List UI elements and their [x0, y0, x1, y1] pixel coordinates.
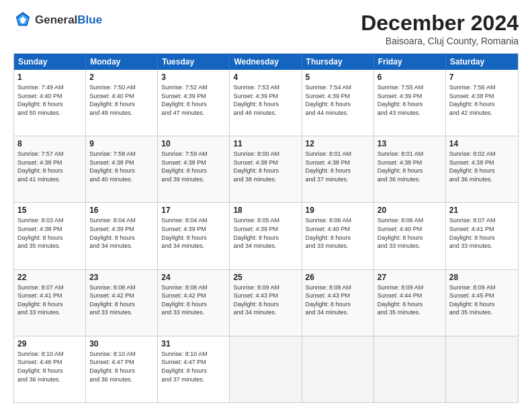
cell-info: Sunrise: 8:06 AM Sunset: 4:40 PM Dayligh… — [306, 216, 370, 250]
cell-info: Sunrise: 8:01 AM Sunset: 4:38 PM Dayligh… — [378, 150, 442, 183]
cell-info: Sunrise: 8:01 AM Sunset: 4:38 PM Dayligh… — [306, 150, 370, 183]
calendar-cell: 20Sunrise: 8:06 AM Sunset: 4:40 PM Dayli… — [374, 203, 446, 269]
cell-info: Sunrise: 8:09 AM Sunset: 4:45 PM Dayligh… — [449, 283, 515, 317]
logo-general: General — [35, 13, 77, 26]
calendar-cell — [230, 336, 302, 402]
calendar-cell: 22Sunrise: 8:07 AM Sunset: 4:41 PM Dayli… — [14, 270, 86, 336]
cell-info: Sunrise: 7:53 AM Sunset: 4:39 PM Dayligh… — [233, 83, 298, 117]
month-title: December 2024 — [361, 11, 519, 36]
calendar-cell: 23Sunrise: 8:08 AM Sunset: 4:42 PM Dayli… — [86, 270, 158, 336]
calendar-cell — [374, 336, 446, 402]
calendar-cell: 3Sunrise: 7:52 AM Sunset: 4:39 PM Daylig… — [158, 70, 230, 136]
calendar-cell: 11Sunrise: 8:00 AM Sunset: 4:38 PM Dayli… — [230, 136, 302, 202]
title-block: December 2024 Baisoara, Cluj County, Rom… — [361, 11, 519, 46]
cell-info: Sunrise: 7:58 AM Sunset: 4:38 PM Dayligh… — [89, 150, 154, 183]
day-number: 12 — [306, 139, 370, 148]
cell-info: Sunrise: 8:08 AM Sunset: 4:42 PM Dayligh… — [161, 283, 226, 317]
header-day-sunday: Sunday — [14, 54, 86, 70]
cell-info: Sunrise: 8:10 AM Sunset: 4:46 PM Dayligh… — [17, 350, 82, 383]
calendar-cell: 25Sunrise: 8:09 AM Sunset: 4:43 PM Dayli… — [230, 270, 302, 336]
day-number: 23 — [89, 273, 154, 282]
page: GeneralBlue December 2024 Baisoara, Cluj… — [0, 0, 532, 411]
subtitle: Baisoara, Cluj County, Romania — [361, 36, 519, 46]
calendar-cell: 8Sunrise: 7:57 AM Sunset: 4:38 PM Daylig… — [14, 136, 86, 202]
day-number: 20 — [378, 205, 442, 215]
logo-blue: Blue — [77, 13, 102, 26]
cell-info: Sunrise: 7:52 AM Sunset: 4:39 PM Dayligh… — [161, 83, 226, 117]
cell-info: Sunrise: 8:10 AM Sunset: 4:47 PM Dayligh… — [161, 350, 226, 383]
calendar-cell: 7Sunrise: 7:56 AM Sunset: 4:38 PM Daylig… — [446, 70, 518, 136]
day-number: 9 — [89, 139, 154, 148]
day-number: 8 — [17, 139, 82, 148]
cell-info: Sunrise: 8:06 AM Sunset: 4:40 PM Dayligh… — [378, 216, 442, 250]
day-number: 15 — [17, 205, 82, 215]
calendar-header: SundayMondayTuesdayWednesdayThursdayFrid… — [14, 54, 518, 70]
day-number: 21 — [449, 205, 515, 215]
calendar-row: 22Sunrise: 8:07 AM Sunset: 4:41 PM Dayli… — [14, 269, 518, 336]
calendar-cell: 31Sunrise: 8:10 AM Sunset: 4:47 PM Dayli… — [158, 336, 230, 402]
cell-info: Sunrise: 7:55 AM Sunset: 4:39 PM Dayligh… — [378, 83, 442, 117]
logo: GeneralBlue — [13, 11, 102, 30]
calendar-cell: 12Sunrise: 8:01 AM Sunset: 4:38 PM Dayli… — [302, 136, 374, 202]
calendar-cell: 18Sunrise: 8:05 AM Sunset: 4:39 PM Dayli… — [230, 203, 302, 269]
day-number: 31 — [161, 339, 226, 349]
calendar-cell: 19Sunrise: 8:06 AM Sunset: 4:40 PM Dayli… — [302, 203, 374, 269]
cell-info: Sunrise: 7:49 AM Sunset: 4:40 PM Dayligh… — [17, 83, 82, 117]
header-day-saturday: Saturday — [446, 54, 518, 70]
cell-info: Sunrise: 8:04 AM Sunset: 4:39 PM Dayligh… — [161, 216, 226, 250]
day-number: 13 — [378, 139, 442, 148]
day-number: 17 — [161, 205, 226, 215]
logo-icon — [13, 11, 32, 30]
header-day-wednesday: Wednesday — [230, 54, 302, 70]
cell-info: Sunrise: 8:02 AM Sunset: 4:38 PM Dayligh… — [449, 150, 515, 183]
cell-info: Sunrise: 7:50 AM Sunset: 4:40 PM Dayligh… — [89, 83, 154, 117]
calendar: SundayMondayTuesdayWednesdayThursdayFrid… — [13, 53, 519, 403]
logo-text: GeneralBlue — [35, 13, 102, 27]
calendar-row: 15Sunrise: 8:03 AM Sunset: 4:38 PM Dayli… — [14, 202, 518, 269]
header-day-tuesday: Tuesday — [158, 54, 230, 70]
day-number: 22 — [17, 273, 82, 282]
day-number: 1 — [17, 73, 82, 82]
cell-info: Sunrise: 8:08 AM Sunset: 4:42 PM Dayligh… — [89, 283, 154, 317]
calendar-body: 1Sunrise: 7:49 AM Sunset: 4:40 PM Daylig… — [14, 70, 518, 402]
day-number: 27 — [378, 273, 442, 282]
calendar-cell: 28Sunrise: 8:09 AM Sunset: 4:45 PM Dayli… — [446, 270, 518, 336]
calendar-cell: 2Sunrise: 7:50 AM Sunset: 4:40 PM Daylig… — [86, 70, 158, 136]
calendar-cell — [446, 336, 518, 402]
calendar-row: 29Sunrise: 8:10 AM Sunset: 4:46 PM Dayli… — [14, 336, 518, 402]
day-number: 26 — [306, 273, 370, 282]
day-number: 29 — [17, 339, 82, 349]
day-number: 24 — [161, 273, 226, 282]
calendar-cell — [302, 336, 374, 402]
calendar-cell: 13Sunrise: 8:01 AM Sunset: 4:38 PM Dayli… — [374, 136, 446, 202]
cell-info: Sunrise: 7:59 AM Sunset: 4:38 PM Dayligh… — [161, 150, 226, 183]
cell-info: Sunrise: 7:54 AM Sunset: 4:39 PM Dayligh… — [306, 83, 370, 117]
calendar-cell: 26Sunrise: 8:09 AM Sunset: 4:43 PM Dayli… — [302, 270, 374, 336]
header-day-monday: Monday — [86, 54, 158, 70]
cell-info: Sunrise: 8:09 AM Sunset: 4:44 PM Dayligh… — [378, 283, 442, 317]
calendar-cell: 21Sunrise: 8:07 AM Sunset: 4:41 PM Dayli… — [446, 203, 518, 269]
calendar-row: 8Sunrise: 7:57 AM Sunset: 4:38 PM Daylig… — [14, 136, 518, 202]
calendar-cell: 27Sunrise: 8:09 AM Sunset: 4:44 PM Dayli… — [374, 270, 446, 336]
day-number: 28 — [449, 273, 515, 282]
calendar-cell: 6Sunrise: 7:55 AM Sunset: 4:39 PM Daylig… — [374, 70, 446, 136]
day-number: 5 — [306, 73, 370, 82]
day-number: 18 — [233, 205, 298, 215]
calendar-cell: 17Sunrise: 8:04 AM Sunset: 4:39 PM Dayli… — [158, 203, 230, 269]
header: GeneralBlue December 2024 Baisoara, Cluj… — [13, 11, 519, 46]
calendar-cell: 24Sunrise: 8:08 AM Sunset: 4:42 PM Dayli… — [158, 270, 230, 336]
cell-info: Sunrise: 7:57 AM Sunset: 4:38 PM Dayligh… — [17, 150, 82, 183]
cell-info: Sunrise: 8:00 AM Sunset: 4:38 PM Dayligh… — [233, 150, 298, 183]
header-day-thursday: Thursday — [302, 54, 374, 70]
calendar-cell: 30Sunrise: 8:10 AM Sunset: 4:47 PM Dayli… — [86, 336, 158, 402]
day-number: 25 — [233, 273, 298, 282]
header-day-friday: Friday — [374, 54, 446, 70]
calendar-row: 1Sunrise: 7:49 AM Sunset: 4:40 PM Daylig… — [14, 70, 518, 136]
day-number: 4 — [233, 73, 298, 82]
cell-info: Sunrise: 8:07 AM Sunset: 4:41 PM Dayligh… — [449, 216, 515, 250]
day-number: 30 — [89, 339, 154, 349]
cell-info: Sunrise: 8:10 AM Sunset: 4:47 PM Dayligh… — [89, 350, 154, 383]
cell-info: Sunrise: 8:09 AM Sunset: 4:43 PM Dayligh… — [306, 283, 370, 317]
day-number: 3 — [161, 73, 226, 82]
day-number: 2 — [89, 73, 154, 82]
